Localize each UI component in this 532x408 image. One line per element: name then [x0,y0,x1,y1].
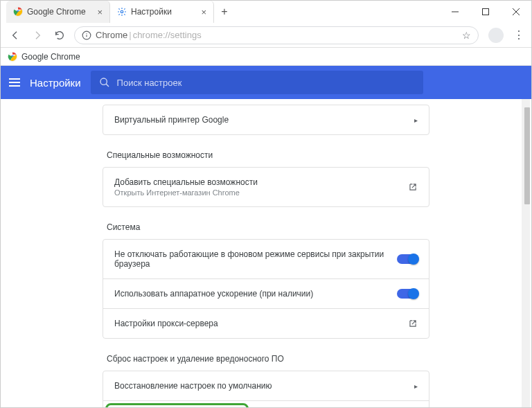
row-hardware-accel[interactable]: Использовать аппаратное ускорение (при н… [103,278,429,308]
row-background-apps[interactable]: Не отключать работающие в фоновом режиме… [103,240,429,278]
maximize-button[interactable] [470,1,501,23]
address-host: Chrome [96,30,127,40]
back-button[interactable] [8,28,23,43]
toolbar: Chrome | chrome://settings ☆ ⋮ [1,23,531,48]
settings-header: Настройки [1,66,531,99]
close-icon[interactable]: × [201,7,206,17]
info-icon [82,30,91,40]
section-system-title: Система [107,222,429,232]
settings-content[interactable]: Виртуальный принтер Google ▸ Специальные… [1,99,531,408]
row-label: Не отключать работающие в фоновом режиме… [114,249,397,269]
bookmarks-bar: Google Chrome [1,48,531,66]
svg-point-12 [100,78,107,85]
toggle-background-apps[interactable] [397,254,418,264]
row-label: Восстановление настроек по умолчанию [114,381,414,391]
tab-title: Google Chrome [27,7,86,17]
svg-point-2 [121,10,123,13]
svg-line-13 [106,84,109,87]
gear-icon [117,7,127,17]
window-controls [440,1,531,23]
external-link-icon [408,319,418,328]
row-virtual-printer[interactable]: Виртуальный принтер Google ▸ [103,105,429,134]
menu-button[interactable]: ⋮ [513,28,524,42]
row-label: Использовать аппаратное ускорение (при н… [114,289,397,299]
bookmark-item[interactable]: Google Chrome [21,52,80,62]
close-icon[interactable]: × [97,7,103,17]
new-tab-button[interactable]: + [214,1,235,23]
scrollbar-thumb[interactable] [524,107,530,204]
chrome-favicon-icon [13,7,23,17]
tab-settings[interactable]: Настройки × [110,1,214,23]
row-label: Настройки прокси-сервера [114,319,408,328]
bookmark-star-icon[interactable]: ☆ [462,30,471,41]
close-window-button[interactable] [501,1,531,23]
tab-title: Настройки [131,7,172,17]
address-path: chrome://settings [133,30,202,40]
tab-google-chrome[interactable]: Google Chrome × [6,1,110,23]
toggle-hardware-accel[interactable] [397,289,418,299]
forward-button[interactable] [30,28,45,43]
row-restore-defaults[interactable]: Восстановление настроек по умолчанию ▸ [103,371,429,400]
search-icon [99,77,110,88]
chrome-favicon-icon [8,52,17,62]
minimize-button[interactable] [440,1,470,23]
profile-avatar[interactable] [488,28,504,43]
svg-rect-4 [483,9,489,15]
menu-icon[interactable] [9,78,20,87]
tab-strip: Google Chrome × Настройки × + [1,1,235,23]
row-label: Виртуальный принтер Google [114,115,414,125]
row-proxy-settings[interactable]: Настройки прокси-сервера [103,308,429,338]
section-accessibility-title: Специальные возможности [107,150,429,160]
reload-button[interactable] [52,28,67,43]
page-title: Настройки [30,77,81,89]
settings-search[interactable] [91,71,423,94]
highlight-annotation [105,403,249,408]
chevron-right-icon: ▸ [414,382,418,390]
section-reset-title: Сброс настроек и удаление вредоносного П… [107,354,429,364]
address-bar[interactable]: Chrome | chrome://settings ☆ [74,26,479,44]
row-add-accessibility[interactable]: Добавить специальные возможности Открыть… [103,168,429,206]
row-cleanup-computer[interactable]: Удалить вредоносное ПО с компьютера ▸ [103,400,429,408]
window-titlebar: Google Chrome × Настройки × + [1,1,531,23]
chevron-right-icon: ▸ [414,116,418,124]
row-label: Добавить специальные возможности Открыть… [114,177,408,197]
search-input[interactable] [117,78,415,88]
external-link-icon [408,182,418,192]
